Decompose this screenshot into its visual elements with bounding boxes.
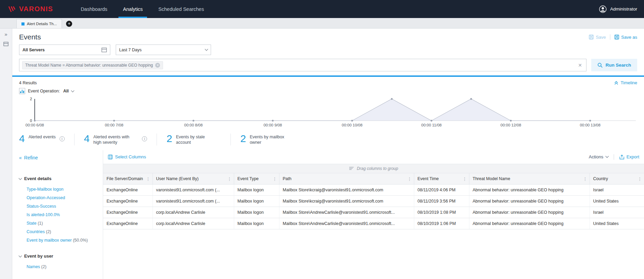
table-cell: Mailbox logon [234,184,279,195]
user-menu[interactable]: Administrator [599,5,637,13]
date-range-dropdown[interactable]: Last 7 Days [116,45,211,55]
svg-text:0: 0 [30,119,32,123]
table-cell: varonistest91.onmicrosoft.com (... [152,184,234,195]
filter-chip-label: Threat Model Name = Abnormal behavior: u… [25,63,153,68]
actions-dropdown[interactable]: Actions [589,154,609,159]
column-menu-icon[interactable]: ⋮ [638,176,642,181]
page-title: Events [19,33,41,41]
refine-filter-link[interactable]: State (1) [27,219,99,228]
column-menu-icon[interactable]: ⋮ [583,176,587,181]
column-header[interactable]: Path⋮ [279,173,414,185]
stats-row: 4Alerted eventsi4Alerted events with hig… [12,129,644,150]
top-navbar: VARONIS DashboardsAnalyticsScheduled Sea… [0,0,644,18]
servers-icon [101,48,107,52]
search-input[interactable]: Threat Model Name = Abnormal behavior: u… [19,59,586,71]
panel-icon[interactable] [3,42,9,46]
filter-chip[interactable]: Threat Model Name = Abnormal behavior: u… [22,61,163,69]
tab-alert-details[interactable]: Alert Details Th... [16,19,62,28]
info-icon[interactable]: i [60,136,65,141]
nav-item-analytics[interactable]: Analytics [115,0,150,18]
svg-text:00:00 12/08: 00:00 12/08 [500,123,521,127]
nav-item-dashboards[interactable]: Dashboards [73,0,115,18]
chevron-down-icon [205,48,208,51]
stat-value: 2 [240,134,246,144]
column-header[interactable]: Event Type⋮ [234,173,279,185]
add-tab-button[interactable]: + [66,21,72,27]
tab-bar: Alert Details Th... + [0,18,644,29]
collapse-up-icon [614,81,618,85]
results-count: 4 Results [19,81,37,85]
svg-text:00:00 8/08: 00:00 8/08 [184,123,203,127]
refine-filter-link[interactable]: Countries (2) [27,228,99,236]
svg-text:00:00 13/08: 00:00 13/08 [580,123,600,127]
table-cell: Mailbox Store\kcraig@varonistest91.onmic… [279,195,414,207]
table-row[interactable]: ExchangeOnlinecorp.local\Andrew Carlisle… [103,218,644,229]
clear-search-icon[interactable]: ✕ [578,63,582,68]
table-cell: United States [590,218,644,229]
timeline-toggle[interactable]: Timeline [614,80,637,85]
nav-item-scheduled-searches[interactable]: Scheduled Searches [150,0,212,18]
date-range-value: Last 7 Days [119,48,142,52]
column-header[interactable]: Threat Model Name⋮ [469,173,590,185]
collapse-left-icon: « [19,155,22,160]
timeline-chart-area: 00:00 6/0800:00 7/0800:00 8/0800:00 9/08… [12,95,644,129]
stat-card: 2Events by stale account [157,134,230,145]
refine-filter-link[interactable]: Is alerted-100.0% [27,211,99,219]
tab-label: Alert Details Th... [27,22,57,26]
stat-value: 4 [84,134,90,144]
refine-collapse-button[interactable]: « Refine [19,155,99,160]
stat-label: Events by stale account [176,134,221,145]
tab-icon [21,22,25,25]
save-button[interactable]: Save [589,35,606,40]
save-icon [589,35,594,39]
table-row[interactable]: ExchangeOnlinecorp.local\Andrew Carlisle… [103,207,644,218]
column-menu-icon[interactable]: ⋮ [273,176,277,181]
events-table: File Server/Domain⋮User Name (Event By)⋮… [103,173,644,229]
event-operation-value[interactable]: All [63,89,69,93]
column-header[interactable]: Country⋮ [590,173,644,185]
column-menu-icon[interactable]: ⋮ [407,176,412,181]
table-row[interactable]: ExchangeOnlinevaronistest91.onmicrosoft.… [103,195,644,207]
group-drop-zone[interactable]: Drag columns to group [103,164,644,173]
select-columns-button[interactable]: Select Columns [108,154,146,159]
server-filter-dropdown[interactable]: All Servers [19,45,110,55]
column-menu-icon[interactable]: ⋮ [463,176,467,181]
varonis-logo: VARONIS [8,5,53,13]
table-cell: Mailbox Store\AndrewCarlisle@varonistest… [279,218,414,229]
table-cell: 08/10/2019 1:06 PM [414,218,469,229]
table-cell: varonistest91.onmicrosoft.com (... [152,195,234,207]
refine-filter-link[interactable]: Event by mailbox owner (50.0%) [27,236,99,245]
divider [614,154,614,160]
column-menu-icon[interactable]: ⋮ [227,176,232,181]
refine-filter-link[interactable]: Type-Mailbox logon [27,185,99,194]
chip-remove-icon[interactable]: ✕ [155,63,160,68]
info-icon[interactable]: i [142,136,147,141]
table-cell: ExchangeOnline [103,184,152,195]
refine-filter-link[interactable]: Operation-Accessed [27,194,99,202]
timeline-chart[interactable]: 00:00 6/0800:00 7/0800:00 8/0800:00 9/08… [19,96,637,129]
column-header[interactable]: Event Time⋮ [414,173,469,185]
refine-filter-link[interactable]: Names (2) [27,263,99,271]
server-filter-value: All Servers [22,48,45,52]
column-header[interactable]: File Server/Domain⋮ [103,173,152,185]
expand-sidebar-icon[interactable]: » [4,31,7,37]
refine-section-header[interactable]: Event details [19,176,99,181]
save-as-button[interactable]: Save as [614,35,637,40]
refine-sections: Event detailsType-Mailbox logonOperation… [19,176,99,271]
svg-text:00:00 10/08: 00:00 10/08 [342,123,363,127]
stat-value: 2 [166,134,172,144]
user-name: Administrator [610,6,637,12]
column-menu-icon[interactable]: ⋮ [146,176,150,181]
table-cell: ExchangeOnline [103,207,152,218]
table-cell: Israel [590,207,644,218]
table-row[interactable]: ExchangeOnlinevaronistest91.onmicrosoft.… [103,184,644,195]
refine-section-header[interactable]: Event by user [19,254,99,259]
run-search-button[interactable]: Run Search [591,59,637,71]
export-button[interactable]: Export [619,154,639,159]
refine-filter-link[interactable]: Status-Success [27,202,99,211]
table-cell: Abnormal behavior: unreasonable GEO hopp… [469,218,590,229]
table-cell: Israel [590,184,644,195]
stat-card: 2Events by mailbox owner [230,134,304,145]
column-header[interactable]: User Name (Event By)⋮ [152,173,234,185]
chevron-down-icon[interactable] [71,89,74,92]
